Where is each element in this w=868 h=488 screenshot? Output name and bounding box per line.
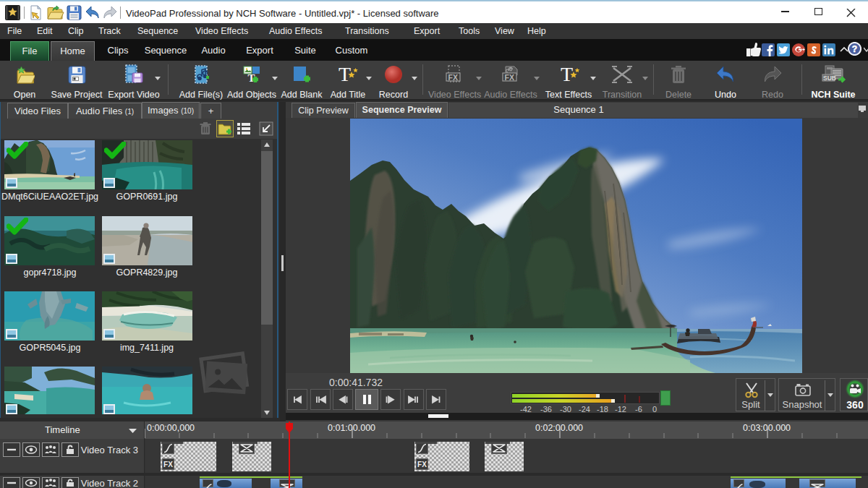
svg-text:FX: FX bbox=[448, 73, 458, 82]
svg-text:0:02:00.000: 0:02:00.000 bbox=[535, 423, 583, 433]
svg-text:0:01:00.000: 0:01:00.000 bbox=[328, 423, 375, 433]
svg-text:360: 360 bbox=[846, 399, 864, 411]
svg-text:0:00:00,000: 0:00:00,000 bbox=[147, 423, 195, 433]
svg-text:FX: FX bbox=[505, 73, 514, 82]
svg-text:0:03:00.000: 0:03:00.000 bbox=[743, 423, 791, 433]
svg-text:?: ? bbox=[852, 44, 857, 54]
svg-text:SUB: SUB bbox=[823, 74, 836, 82]
